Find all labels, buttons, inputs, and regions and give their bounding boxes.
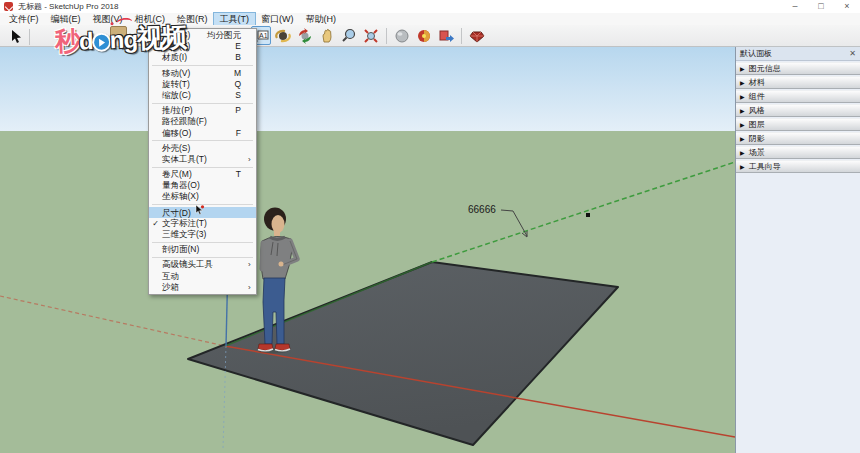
menu-item-18[interactable]: 坐标轴(X) — [149, 191, 256, 202]
menu-item-7[interactable]: 缩放(C)S — [149, 90, 256, 101]
menu-item-label: 剖切面(N) — [162, 244, 241, 255]
menu-item-label: 移动(V) — [162, 68, 234, 79]
minimize-button[interactable]: – — [782, 0, 808, 13]
tray-panel-header[interactable]: 默认面板 ✕ — [736, 47, 860, 61]
menu-item-2[interactable]: 删除(E)E — [149, 41, 256, 52]
menu-item-label: 旋转(T) — [162, 79, 234, 90]
tray-item-2[interactable]: ▶材料 — [736, 76, 860, 89]
menu-item-label: 材质(I) — [162, 52, 235, 63]
menu-item-22[interactable]: 三维文字(3) — [149, 229, 256, 240]
toolbar-separator — [386, 28, 387, 44]
menu-item-label: 偏移(O) — [162, 128, 236, 139]
menubar-item-6[interactable]: 工具(T) — [214, 13, 256, 25]
menu-item-3[interactable]: 材质(I)B — [149, 52, 256, 63]
dimension-text[interactable]: 66666 — [468, 204, 496, 215]
menu-item-shortcut: E — [235, 41, 241, 52]
expand-arrow-icon: ▶ — [740, 107, 745, 114]
menubar-item-2[interactable]: 编辑(E) — [45, 13, 87, 25]
menu-item-label: 缩放(C) — [162, 90, 235, 101]
submenu-arrow-icon: › — [248, 259, 256, 270]
menubar-item-3[interactable]: 视图(V) — [87, 13, 129, 25]
title-bar: 无标题 - SketchUp Pro 2018 – □ × — [0, 0, 860, 13]
menu-item-26[interactable]: 高级镜头工具› — [149, 259, 256, 270]
menu-item-label: 沙箱 — [162, 282, 241, 293]
orbit-gold-icon[interactable] — [273, 26, 293, 45]
toolbar-separator — [461, 28, 462, 44]
menu-item-label: 高级镜头工具 — [162, 259, 241, 270]
menu-separator — [152, 65, 253, 66]
tray-item-6[interactable]: ▶阴影 — [736, 132, 860, 145]
share-model-icon[interactable] — [436, 26, 456, 45]
app-logo-icon — [4, 2, 13, 11]
tray-item-7[interactable]: ▶场景 — [736, 146, 860, 159]
gem-icon[interactable] — [467, 26, 487, 45]
menu-item-label: 坐标轴(X) — [162, 191, 241, 202]
menu-item-17[interactable]: 量角器(O) — [149, 180, 256, 191]
menu-item-11[interactable]: 偏移(O)F — [149, 128, 256, 139]
tray-item-3[interactable]: ▶组件 — [736, 90, 860, 103]
menu-separator — [152, 257, 253, 258]
menu-item-label: 路径跟随(F) — [162, 116, 241, 127]
zoom-icon[interactable] — [339, 26, 359, 45]
menu-separator — [152, 140, 253, 141]
person-neck — [274, 230, 280, 236]
menu-item-5[interactable]: 移动(V)M — [149, 68, 256, 79]
menu-item-24[interactable]: 剖切面(N) — [149, 244, 256, 255]
menu-item-label: 实体工具(T) — [162, 154, 241, 165]
select-tool-icon[interactable] — [6, 27, 26, 46]
tray-item-label: 组件 — [749, 91, 765, 102]
menu-bar: 文件(F)编辑(E)视图(V)相机(C)绘图(R)工具(T)窗口(W)帮助(H) — [0, 13, 860, 25]
menu-item-9[interactable]: 推/拉(P)P — [149, 105, 256, 116]
orbit-icon[interactable] — [295, 26, 315, 45]
tray-item-label: 图层 — [749, 119, 765, 130]
menu-item-label: 删除(E) — [162, 41, 235, 52]
expand-arrow-icon: ▶ — [740, 135, 745, 142]
menu-item-27[interactable]: 互动 — [149, 271, 256, 282]
axis-point-marker — [586, 213, 590, 217]
tray-item-label: 工具向导 — [749, 161, 781, 172]
tools-menu: 选择(S)均分图元删除(E)E材质(I)B移动(V)M旋转(T)Q缩放(C)S推… — [148, 28, 257, 295]
close-button[interactable]: × — [834, 0, 860, 13]
menubar-item-1[interactable]: 文件(F) — [3, 13, 45, 25]
scene: 66666 — [0, 47, 735, 453]
menu-item-label: 量角器(O) — [162, 180, 241, 191]
menubar-item-7[interactable]: 窗口(W) — [255, 13, 300, 25]
window-title: 无标题 - SketchUp Pro 2018 — [18, 1, 118, 12]
menu-item-28[interactable]: 沙箱› — [149, 282, 256, 293]
submenu-arrow-icon: › — [248, 154, 256, 165]
menu-item-20[interactable]: 尺寸(D) — [149, 207, 256, 218]
menu-item-label: 三维文字(3) — [162, 229, 241, 240]
menubar-item-5[interactable]: 绘图(R) — [171, 13, 214, 25]
maximize-button[interactable]: □ — [808, 0, 834, 13]
add-location-icon[interactable] — [414, 26, 434, 45]
menu-item-16[interactable]: 卷尺(M)T — [149, 169, 256, 180]
expand-arrow-icon: ▶ — [740, 93, 745, 100]
menu-item-shortcut: P — [235, 105, 241, 116]
tray-item-label: 材料 — [749, 77, 765, 88]
tray-close-icon[interactable]: ✕ — [849, 49, 856, 58]
expand-arrow-icon: ▶ — [740, 79, 745, 86]
tray-item-1[interactable]: ▶图元信息 — [736, 62, 860, 75]
menu-separator — [152, 242, 253, 243]
menu-item-14[interactable]: 实体工具(T)› — [149, 154, 256, 165]
sky — [0, 47, 735, 131]
tray-item-label: 图元信息 — [749, 63, 781, 74]
menu-item-21[interactable]: ✓文字标注(T) — [149, 218, 256, 229]
pan-hand-icon[interactable] — [317, 26, 337, 45]
menu-item-6[interactable]: 旋转(T)Q — [149, 79, 256, 90]
tray-item-5[interactable]: ▶图层 — [736, 118, 860, 131]
menu-item-1[interactable]: 选择(S)均分图元 — [149, 30, 256, 41]
tray-item-8[interactable]: ▶工具向导 — [736, 160, 860, 173]
menu-item-shortcut: Q — [234, 79, 241, 90]
zoom-extents-icon[interactable] — [361, 26, 381, 45]
checkmark-icon: ✓ — [149, 218, 162, 229]
expand-arrow-icon: ▶ — [740, 65, 745, 72]
menu-item-10[interactable]: 路径跟随(F) — [149, 116, 256, 127]
3d-viewport[interactable]: 66666 — [0, 47, 736, 453]
sphere-gray-icon[interactable] — [392, 26, 412, 45]
hidden-toolbar-icon[interactable] — [110, 26, 127, 38]
menu-item-13[interactable]: 外壳(S) — [149, 143, 256, 154]
tray-item-4[interactable]: ▶风格 — [736, 104, 860, 117]
menubar-item-4[interactable]: 相机(C) — [129, 13, 172, 25]
menubar-item-8[interactable]: 帮助(H) — [300, 13, 343, 25]
